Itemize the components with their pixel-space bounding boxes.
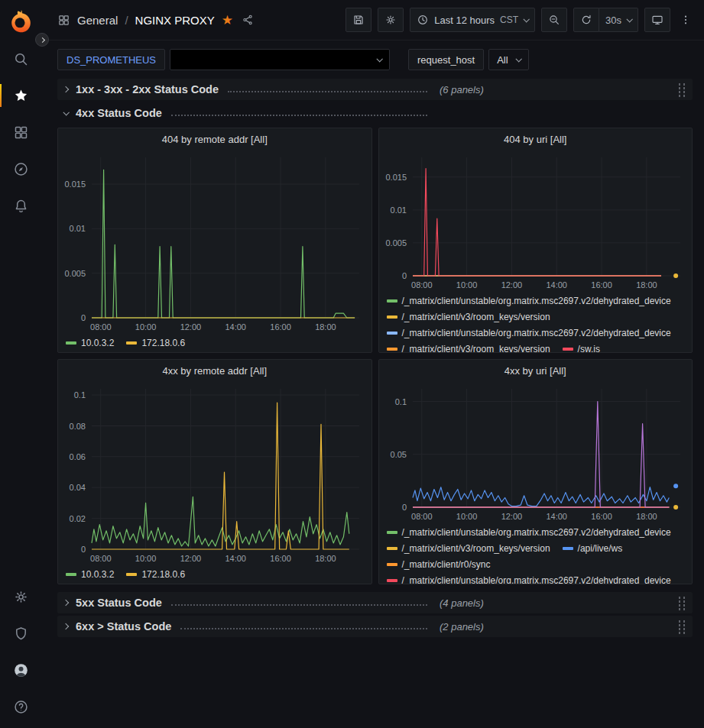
chevron-right-icon xyxy=(63,600,69,606)
legend-label: /_matrix/client/v3/room_keys/version xyxy=(402,543,550,554)
legend-swatch xyxy=(126,341,137,345)
grafana-logo[interactable] xyxy=(0,0,42,40)
legend-item[interactable]: /_matrix/client/v3/room_keys/version xyxy=(387,309,550,325)
legend-item[interactable]: /_matrix/client/unstable/org.matrix.msc2… xyxy=(387,572,671,584)
legend-item[interactable]: /_matrix/client/unstable/org.matrix.msc2… xyxy=(387,293,671,309)
svg-text:0.02: 0.02 xyxy=(70,514,86,523)
refresh-interval-picker[interactable]: 30s xyxy=(599,8,638,32)
panel-4xx-by-remote-addr: 4xx by remote addr [All] 00.020.040.060.… xyxy=(57,359,372,584)
legend-item[interactable]: /_matrix/client/unstable/org.matrix.msc2… xyxy=(387,325,671,341)
time-range-picker[interactable]: Last 12 hours CST xyxy=(410,8,535,32)
legend-item[interactable]: /sw.js xyxy=(563,341,600,352)
panel-chart-area[interactable]: 00.050.108:0010:0012:0014:0016:0018:00 xyxy=(379,381,693,524)
avatar xyxy=(13,662,29,678)
legend-item[interactable]: /_matrix/client/r0/sync xyxy=(387,556,491,572)
legend-item[interactable]: /_matrix/client/unstable/org.matrix.msc2… xyxy=(387,524,671,540)
favorite-star-icon[interactable]: ★ xyxy=(222,14,233,27)
chevron-down-icon xyxy=(63,109,69,115)
svg-text:0.08: 0.08 xyxy=(70,422,86,431)
sidebar-item-help[interactable] xyxy=(0,688,42,725)
svg-text:12:00: 12:00 xyxy=(501,280,522,290)
request-host-variable-label: request_host xyxy=(408,49,484,70)
svg-text:18:00: 18:00 xyxy=(315,322,336,332)
time-range-label: Last 12 hours xyxy=(434,15,495,26)
search-icon xyxy=(13,51,29,67)
legend-item[interactable]: 172.18.0.6 xyxy=(126,335,185,351)
dashboards-grid-icon xyxy=(13,125,29,141)
legend-item[interactable]: 10.0.3.2 xyxy=(66,335,114,351)
svg-text:10:00: 10:00 xyxy=(456,512,477,521)
chevron-down-icon xyxy=(515,56,521,62)
panel-header[interactable]: 4xx by uri [All] xyxy=(379,360,693,381)
chevron-down-icon xyxy=(376,56,382,62)
panel-legend: 10.0.3.2172.18.0.6 xyxy=(58,566,371,584)
row-drag-handle[interactable] xyxy=(676,595,686,611)
sidebar-item-starred[interactable] xyxy=(0,77,42,114)
share-icon[interactable] xyxy=(242,14,254,26)
panel-chart-area[interactable]: 00.0050.010.01508:0010:0012:0014:0016:00… xyxy=(379,150,693,293)
dashboard-row-6xx[interactable]: 6xx > Status Code (2 panels) xyxy=(57,616,693,637)
panel-title: 4xx by remote addr [All] xyxy=(162,365,267,377)
sidebar-expand-button[interactable] xyxy=(35,33,49,47)
svg-text:16:00: 16:00 xyxy=(591,280,612,290)
top-navigation-bar: General / NGINX PROXY ★ Last 12 hours CS… xyxy=(42,0,704,40)
sidebar-item-profile[interactable] xyxy=(0,652,42,688)
refresh-interval-label: 30s xyxy=(605,15,621,26)
legend-item[interactable]: /api/live/ws xyxy=(563,540,623,556)
svg-text:0.01: 0.01 xyxy=(390,205,406,215)
sidebar-item-explore[interactable] xyxy=(0,150,42,187)
dashboard-row-4xx[interactable]: 4xx Status Code xyxy=(57,102,693,124)
row-drag-handle[interactable] xyxy=(676,82,686,98)
legend-item[interactable]: 172.18.0.6 xyxy=(126,566,185,582)
sidebar-item-configuration[interactable] xyxy=(0,578,42,615)
panel-404-by-remote-addr: 404 by remote addr [All] 00.0050.010.015… xyxy=(57,128,372,353)
sidebar-item-dashboards[interactable] xyxy=(0,114,42,150)
sidebar-item-search[interactable] xyxy=(0,40,42,77)
datasource-variable-select[interactable] xyxy=(170,49,390,70)
legend-label: /_matrix/client/v3/room_keys/version xyxy=(402,344,550,353)
row-title: 6xx > Status Code xyxy=(76,620,171,633)
panel-header[interactable]: 4xx by remote addr [All] xyxy=(58,360,371,381)
legend-label: /_matrix/client/unstable/org.matrix.msc2… xyxy=(402,575,671,584)
dashboard-title[interactable]: NGINX PROXY xyxy=(135,14,215,27)
dashboard-row-1xx-3xx-2xx[interactable]: 1xx - 3xx - 2xx Status Code (6 panels) xyxy=(57,79,693,100)
dashboard-row-5xx[interactable]: 5xx Status Code (4 panels) xyxy=(57,592,693,613)
request-host-variable: request_host All xyxy=(408,49,529,70)
breadcrumb-folder[interactable]: General xyxy=(77,14,118,27)
legend-label: /api/live/ws xyxy=(578,543,623,554)
save-dashboard-button[interactable] xyxy=(346,8,371,32)
svg-text:0: 0 xyxy=(401,503,406,512)
row-drag-handle[interactable] xyxy=(676,619,686,635)
panel-chart-area[interactable]: 00.020.040.060.080.108:0010:0012:0014:00… xyxy=(58,381,371,566)
legend-item[interactable]: /_matrix/client/v3/room_keys/version xyxy=(387,540,550,556)
legend-item[interactable]: /_matrix/client/v3/room_keys/version xyxy=(387,341,550,352)
panel-header[interactable]: 404 by remote addr [All] xyxy=(58,128,371,150)
sidebar-item-server-admin[interactable] xyxy=(0,615,42,652)
dashboard-content: DS_PROMETHEUS request_host All 1xx - 3xx… xyxy=(42,40,704,728)
active-indicator xyxy=(0,84,2,107)
dotted-leader xyxy=(180,628,427,629)
panel-title: 404 by uri [All] xyxy=(504,134,566,145)
svg-text:0.005: 0.005 xyxy=(385,238,407,248)
svg-text:0: 0 xyxy=(81,545,86,554)
zoom-out-button[interactable] xyxy=(541,8,567,32)
nav-actions: Last 12 hours CST 30s xyxy=(346,8,695,32)
svg-text:14:00: 14:00 xyxy=(225,554,246,563)
panel-legend: /_matrix/client/unstable/org.matrix.msc2… xyxy=(379,293,693,352)
kebab-menu-button[interactable] xyxy=(676,8,695,32)
panel-chart-area[interactable]: 00.0050.010.01508:0010:0012:0014:0016:00… xyxy=(58,150,371,335)
legend-swatch xyxy=(387,348,397,351)
panel-title: 404 by remote addr [All] xyxy=(162,134,268,145)
refresh-button[interactable] xyxy=(573,8,599,32)
sidebar-item-alerting[interactable] xyxy=(0,187,42,224)
svg-text:18:00: 18:00 xyxy=(636,280,657,290)
dashboard-settings-button[interactable] xyxy=(378,8,404,32)
svg-text:10:00: 10:00 xyxy=(135,554,157,563)
question-circle-icon xyxy=(13,699,29,715)
legend-item[interactable]: 10.0.3.2 xyxy=(66,566,114,582)
request-host-variable-select[interactable]: All xyxy=(488,49,528,70)
tv-mode-button[interactable] xyxy=(644,8,670,32)
svg-text:0.015: 0.015 xyxy=(385,173,407,182)
panel-header[interactable]: 404 by uri [All] xyxy=(379,128,693,150)
chevron-right-icon xyxy=(63,86,69,92)
